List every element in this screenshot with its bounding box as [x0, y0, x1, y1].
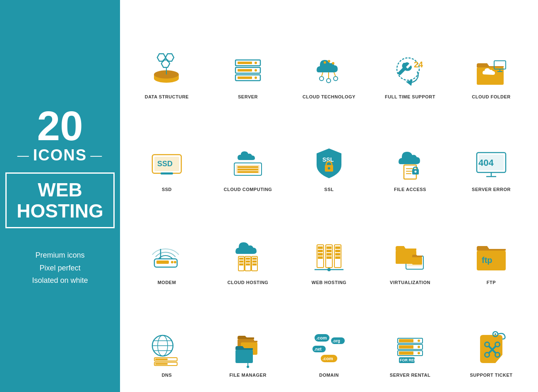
svg-point-107 [247, 366, 249, 368]
svg-rect-64 [246, 258, 250, 260]
svg-rect-38 [238, 169, 258, 170]
svg-rect-69 [252, 261, 257, 263]
svg-rect-55 [156, 261, 169, 264]
svg-rect-120 [399, 345, 413, 349]
server-error-icon: 404 [471, 142, 512, 184]
server-label: SERVER [238, 94, 258, 99]
title-box: WEBHOSTING [5, 172, 115, 228]
icon-cell-ssl: SSL SSL [291, 105, 367, 194]
icon-cell-server-error: 404 SERVER ERROR [453, 105, 530, 194]
svg-text:FOR RENT: FOR RENT [400, 358, 419, 362]
svg-point-136 [496, 343, 499, 346]
file-access-label: FILE ACCESS [394, 187, 426, 192]
cloud-computing-label: CLOUD COMPUTING [224, 187, 272, 192]
svg-rect-73 [318, 250, 323, 252]
svg-point-15 [255, 76, 257, 79]
svg-rect-66 [246, 263, 250, 265]
svg-text:404: 404 [478, 158, 494, 168]
svg-rect-84 [335, 253, 340, 256]
svg-text:.com: .com [322, 356, 333, 361]
icon-cell-web-hosting: WEB HOSTING [291, 198, 367, 287]
svg-point-87 [327, 268, 331, 271]
svg-point-14 [255, 69, 257, 72]
svg-rect-105 [235, 350, 253, 363]
cloud-folder-label: CLOUD FOLDER [472, 94, 510, 99]
left-title: WEBHOSTING [17, 179, 103, 221]
svg-rect-83 [335, 250, 340, 252]
svg-point-13 [255, 62, 257, 64]
icons-label: — ICONS — [17, 146, 103, 164]
web-hosting-icon [308, 235, 350, 277]
domain-icon: .com .org .net .com [308, 328, 350, 369]
icon-cell-ftp: ftp FTP [453, 198, 530, 287]
svg-rect-77 [327, 246, 331, 249]
icon-cell-cloud-folder: CLOUD FOLDER [453, 12, 530, 101]
icon-cell-dns: DNS [128, 291, 205, 380]
svg-point-118 [418, 339, 420, 342]
dns-icon [146, 328, 187, 369]
icon-cell-domain: .com .org .net .com DOMAIN [291, 291, 367, 380]
ftp-label: FTP [487, 280, 496, 285]
svg-rect-78 [327, 250, 331, 252]
web-hosting-label: WEB HOSTING [312, 280, 346, 285]
svg-text:.net: .net [314, 347, 322, 351]
svg-rect-11 [238, 69, 252, 72]
icon-cell-cloud-computing: CLOUD COMPUTING [209, 105, 286, 194]
cloud-hosting-icon [227, 235, 269, 277]
icon-cell-ssd: SSD SSD [128, 105, 205, 194]
icons-grid: DATA STRUCTURE SERVER [120, 0, 538, 392]
svg-line-21 [334, 72, 336, 76]
svg-rect-74 [318, 253, 323, 256]
svg-rect-123 [399, 351, 413, 355]
svg-rect-39 [238, 171, 258, 173]
server-rental-icon: FOR RENT [389, 328, 431, 369]
svg-point-58 [174, 261, 176, 263]
svg-rect-75 [318, 256, 323, 259]
icon-cell-server: SERVER [209, 12, 286, 101]
svg-rect-80 [327, 256, 331, 259]
full-time-support-icon: 24 [389, 50, 431, 91]
svg-rect-60 [239, 258, 243, 260]
svg-rect-117 [399, 339, 413, 342]
cloud-technology-label: CLOUD TECHNOLOGY [303, 94, 355, 99]
icon-cell-server-rental: FOR RENT SERVER RENTAL [372, 291, 449, 380]
support-ticket-label: SUPPORT TICKET [470, 373, 513, 378]
icon-cell-support-ticket: SUPPORT TICKET [453, 291, 530, 380]
domain-label: DOMAIN [319, 373, 339, 378]
dns-label: DNS [162, 373, 172, 378]
left-panel: 20 — ICONS — WEBHOSTING Premium icons Pi… [0, 0, 120, 392]
svg-rect-62 [239, 263, 243, 265]
svg-rect-70 [252, 263, 257, 265]
cloud-hosting-label: CLOUD HOSTING [228, 280, 269, 285]
icon-cell-virtualization: VIRTUALIZATION [372, 198, 449, 287]
svg-point-16 [319, 76, 324, 81]
icon-cell-file-access: FILE ACCESS [372, 105, 449, 194]
ssl-icon: SSL [308, 142, 350, 184]
svg-rect-91 [412, 257, 422, 265]
svg-point-18 [334, 76, 338, 81]
icon-cell-data-structure: DATA STRUCTURE [128, 12, 205, 101]
virtualization-icon [389, 235, 431, 277]
icon-cell-cloud-hosting: CLOUD HOSTING [209, 198, 286, 287]
svg-rect-85 [335, 256, 340, 259]
svg-point-128 [495, 333, 496, 335]
cloud-computing-icon [227, 142, 269, 184]
cloud-folder-icon [471, 50, 512, 91]
svg-point-24 [332, 62, 334, 65]
svg-point-23 [328, 60, 330, 62]
icon-count: 20 [37, 105, 83, 146]
svg-rect-102 [155, 363, 168, 365]
server-rental-label: SERVER RENTAL [390, 373, 430, 378]
modem-icon [146, 235, 187, 277]
svg-point-135 [485, 343, 489, 346]
server-icon [227, 50, 269, 91]
svg-text:SSD: SSD [157, 160, 173, 168]
icon-cell-modem: MODEM [128, 198, 205, 287]
svg-rect-72 [318, 246, 323, 249]
svg-rect-82 [335, 246, 340, 249]
server-error-label: SERVER ERROR [472, 187, 511, 192]
svg-point-57 [171, 261, 173, 263]
svg-rect-61 [239, 261, 243, 263]
svg-text:.com: .com [316, 335, 327, 340]
svg-rect-100 [155, 359, 168, 360]
